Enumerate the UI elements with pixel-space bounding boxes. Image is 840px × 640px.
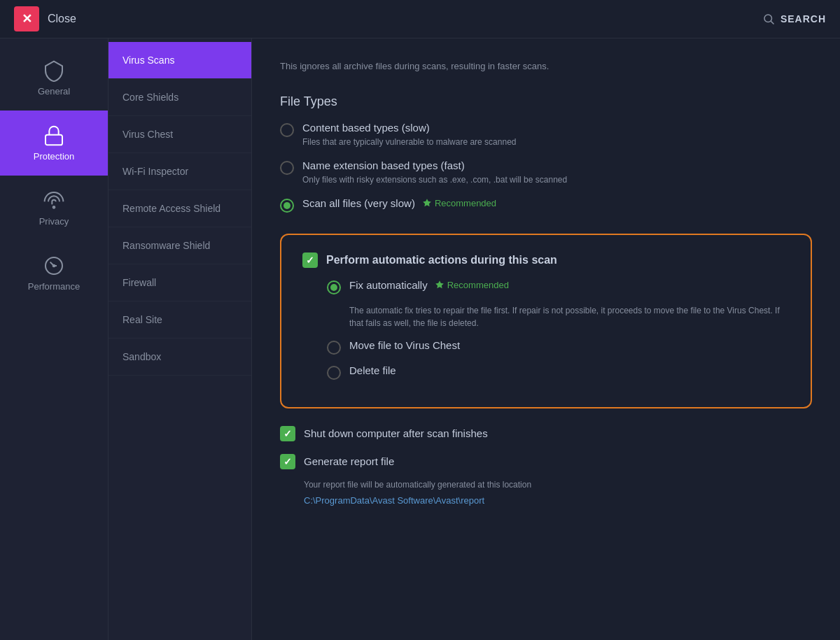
nav-item-virus-chest[interactable]: Virus Chest: [108, 116, 251, 153]
svg-rect-2: [46, 135, 62, 145]
nav-item-ransomware-shield[interactable]: Ransomware Shield: [108, 227, 251, 264]
nav-item-wifi-inspector[interactable]: Wi-Fi Inspector: [108, 153, 251, 190]
report-checkbox[interactable]: [280, 454, 295, 469]
radio-content-based-text: Content based types (slow) Files that ar…: [302, 122, 516, 148]
radio-content-based-desc: Files that are typically vulnerable to m…: [302, 136, 516, 148]
main-layout: General Protection Privacy: [0, 38, 840, 640]
radio-delete-file[interactable]: Delete file: [327, 364, 790, 380]
radio-fix-auto[interactable]: Fix automatically Recommended: [327, 279, 790, 294]
nav-item-sandbox[interactable]: Sandbox: [108, 339, 251, 376]
archive-note: This ignores all archive files during sc…: [280, 59, 812, 73]
nav-item-core-shields[interactable]: Core Shields: [108, 79, 251, 116]
content-area: This ignores all archive files during sc…: [252, 38, 840, 640]
radio-scan-all-label: Scan all files (very slow): [302, 197, 415, 209]
sidebar-item-performance[interactable]: Performance: [0, 241, 108, 306]
nav-item-remote-access-shield[interactable]: Remote Access Shield: [108, 190, 251, 227]
shutdown-label: Shut down computer after scan finishes: [304, 427, 488, 439]
radio-name-extension-text: Name extension based types (fast) Only f…: [302, 159, 567, 186]
svg-line-1: [771, 21, 774, 24]
recommended-badge-fix: Recommended: [435, 280, 509, 290]
shutdown-checkbox[interactable]: [280, 426, 295, 441]
auto-fix-note: The automatic fix tries to repair the fi…: [327, 304, 790, 329]
recommended-badge-scan-all: Recommended: [422, 198, 496, 208]
radio-delete-label: Delete file: [349, 364, 396, 376]
radio-name-extension-desc: Only files with risky extensions such as…: [302, 173, 567, 186]
titlebar-left: ✕ Close: [14, 6, 76, 31]
titlebar: ✕ Close SEARCH: [0, 0, 840, 38]
close-button[interactable]: ✕: [14, 6, 39, 31]
report-desc: Your report file will be automatically g…: [280, 478, 812, 491]
radio-move-virus-chest[interactable]: Move file to Virus Chest: [327, 339, 790, 355]
search-label: SEARCH: [780, 13, 826, 24]
nav-sidebar: Virus Scans Core Shields Virus Chest Wi-…: [108, 38, 252, 640]
radio-circle-fix-auto[interactable]: [327, 280, 341, 294]
report-label: Generate report file: [304, 455, 394, 467]
automatic-actions-label: Perform automatic actions during this sc…: [326, 254, 557, 266]
sidebar-item-protection[interactable]: Protection: [0, 111, 108, 176]
search-icon: [762, 13, 775, 25]
sidebar-item-general[interactable]: General: [0, 45, 108, 111]
radio-fix-auto-text: Fix automatically Recommended: [349, 279, 509, 291]
radio-circle-name-extension[interactable]: [280, 161, 294, 175]
search-area[interactable]: SEARCH: [762, 13, 826, 25]
fingerprint-icon: [43, 190, 65, 212]
automatic-actions-checkbox-row[interactable]: Perform automatic actions during this sc…: [302, 253, 790, 268]
radio-content-based-label: Content based types (slow): [302, 122, 516, 134]
sidebar-item-privacy-label: Privacy: [39, 216, 69, 227]
sidebar-item-protection-label: Protection: [34, 151, 75, 162]
svg-point-0: [764, 15, 772, 22]
sidebar-item-general-label: General: [38, 86, 70, 97]
radio-content-based[interactable]: Content based types (slow) Files that ar…: [280, 122, 812, 148]
radio-move-label: Move file to Virus Chest: [349, 339, 460, 351]
orange-box: Perform automatic actions during this sc…: [280, 234, 812, 408]
gauge-icon: [43, 255, 65, 277]
radio-circle-move[interactable]: [327, 341, 341, 355]
nav-item-virus-scans[interactable]: Virus Scans: [108, 42, 251, 79]
automatic-actions-checkbox[interactable]: [302, 253, 318, 268]
radio-circle-delete[interactable]: [327, 366, 341, 380]
radio-fix-auto-label: Fix automatically: [349, 279, 428, 291]
file-type-radio-group: Content based types (slow) Files that ar…: [280, 122, 812, 213]
star-icon-fix: [435, 280, 444, 290]
report-checkbox-row[interactable]: Generate report file: [280, 454, 812, 469]
titlebar-title: Close: [48, 13, 76, 25]
radio-scan-all-text: Scan all files (very slow) Recommended: [302, 197, 496, 209]
radio-name-extension-label: Name extension based types (fast): [302, 159, 567, 171]
file-types-title: File Types: [280, 94, 812, 109]
inner-radio-group: Fix automatically Recommended The automa…: [302, 279, 790, 380]
sidebar-item-privacy[interactable]: Privacy: [0, 176, 108, 241]
svg-point-3: [53, 206, 55, 208]
radio-scan-all[interactable]: Scan all files (very slow) Recommended: [280, 197, 812, 213]
nav-item-firewall[interactable]: Firewall: [108, 264, 251, 301]
radio-circle-content-based[interactable]: [280, 123, 294, 137]
report-path[interactable]: C:\ProgramData\Avast Software\Avast\repo…: [280, 495, 812, 506]
radio-name-extension[interactable]: Name extension based types (fast) Only f…: [280, 159, 812, 186]
svg-point-5: [53, 265, 55, 267]
icon-sidebar: General Protection Privacy: [0, 38, 108, 640]
report-section: Generate report file Your report file wi…: [280, 454, 812, 506]
sidebar-item-performance-label: Performance: [28, 281, 80, 292]
shutdown-checkbox-row[interactable]: Shut down computer after scan finishes: [280, 426, 812, 441]
radio-circle-scan-all[interactable]: [280, 199, 294, 213]
star-icon: [422, 198, 432, 208]
lock-icon: [43, 125, 65, 147]
nav-item-real-site[interactable]: Real Site: [108, 301, 251, 339]
shield-icon: [43, 59, 65, 82]
